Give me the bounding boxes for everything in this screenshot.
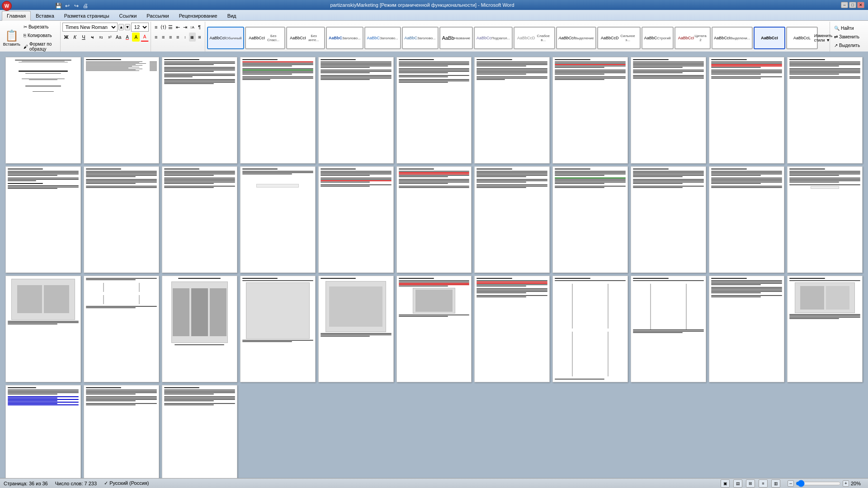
full-screen-btn[interactable]: ▤ (733, 479, 742, 488)
page-thumb-5[interactable] (318, 57, 394, 164)
tab-home[interactable]: Главная (2, 11, 31, 21)
clear-format-button[interactable]: A (123, 33, 131, 42)
page-thumb-28[interactable] (396, 276, 472, 382)
select-button[interactable]: ↗ Выделить (832, 42, 864, 49)
style-heading1[interactable]: AaBbC Заголово... (326, 27, 363, 49)
cut-button[interactable]: ✂ Вырезать (21, 23, 59, 31)
copy-button[interactable]: ⎘ Копировать (21, 32, 59, 39)
style-subtitle[interactable]: AaBbCc Подзагол... (474, 27, 513, 49)
page-thumb-15[interactable] (240, 166, 316, 273)
page-thumb-34[interactable] (5, 385, 81, 478)
close-btn[interactable]: ✕ (857, 2, 864, 8)
style-name[interactable]: AaBb Название (439, 27, 473, 49)
increase-indent-button[interactable]: ⇥ (182, 23, 189, 32)
superscript-button[interactable]: x² (106, 33, 113, 42)
tab-page-layout[interactable]: Разметка страницы (59, 10, 114, 20)
case-button[interactable]: Aa (115, 33, 123, 42)
bullets-button[interactable]: ≡ (153, 23, 160, 32)
outline-btn[interactable]: ≡ (759, 479, 768, 488)
subscript-button[interactable]: x₂ (97, 33, 105, 42)
bold-button[interactable]: Ж (62, 33, 70, 42)
undo-btn[interactable]: ↩ (63, 2, 71, 10)
paste-button[interactable]: 📋 Вставить (3, 28, 20, 48)
strikethrough-button[interactable]: ч (89, 33, 96, 42)
style-heading3[interactable]: AaBbC Заголово... (402, 27, 439, 49)
find-button[interactable]: 🔍 Найти (832, 24, 864, 32)
format-painter-button[interactable]: 🖌 Формат по образцу (21, 40, 59, 53)
align-left-button[interactable]: ≡ (153, 33, 160, 42)
style-no-space[interactable]: AaBbCcI Без Спaci... (245, 27, 285, 49)
page-thumb-25[interactable] (162, 276, 237, 382)
style-strong[interactable]: AaBbCcD Сильное э... (597, 27, 641, 49)
align-right-button[interactable]: ≡ (167, 33, 174, 42)
font-size-select[interactable]: 12 (131, 23, 149, 32)
page-thumb-10[interactable] (709, 57, 784, 164)
minimize-btn[interactable]: – (841, 2, 848, 8)
page-thumb-3[interactable] (162, 57, 237, 164)
style-subtle[interactable]: AaBbCcD Слабое в... (514, 27, 555, 49)
page-thumb-20[interactable] (631, 166, 706, 273)
page-thumb-30[interactable] (552, 276, 628, 382)
page-thumb-33[interactable] (787, 276, 863, 382)
page-thumb-18[interactable] (474, 166, 550, 273)
page-thumb-31[interactable] (631, 276, 706, 382)
page-thumb-24[interactable] (84, 276, 159, 382)
page-thumb-22[interactable] (787, 166, 863, 273)
print-layout-btn[interactable]: ▣ (721, 479, 730, 488)
page-thumb-7[interactable] (474, 57, 550, 164)
tab-view[interactable]: Вид (222, 10, 241, 20)
font-color-button[interactable]: A (141, 33, 148, 42)
zoom-in-btn[interactable]: + (843, 480, 849, 487)
save-btn[interactable]: 💾 (54, 2, 62, 10)
page-thumb-12[interactable] (5, 166, 81, 273)
page-thumb-21[interactable] (709, 166, 784, 273)
style-heading2[interactable]: AaBbC Заголово... (364, 27, 401, 49)
font-grow-btn[interactable]: ▲ (118, 24, 124, 30)
zoom-slider[interactable] (796, 480, 841, 487)
underline-button[interactable]: Ч (80, 33, 87, 42)
style-normal[interactable]: AaBbCcI Обычный (207, 27, 244, 49)
font-name-select[interactable]: Times New Roman (62, 23, 118, 32)
font-shrink-btn[interactable]: ▼ (125, 24, 130, 30)
page-thumb-14[interactable] (162, 166, 237, 273)
style-strict[interactable]: AaBbC Строгий (642, 27, 674, 49)
line-spacing-button[interactable]: ↕ (182, 33, 189, 42)
draft-btn[interactable]: ▥ (771, 479, 780, 488)
style-quote2[interactable]: AaBbCcI Цитата 2 (675, 27, 711, 49)
page-thumb-35[interactable] (84, 385, 159, 478)
style-listpara[interactable]: AaBbCcI (754, 27, 785, 49)
replace-button[interactable]: ⇄ Заменить (832, 33, 864, 41)
tab-references[interactable]: Ссылки (114, 10, 142, 20)
page-thumb-1[interactable] (5, 57, 81, 164)
page-thumb-27[interactable] (318, 276, 394, 382)
web-layout-btn[interactable]: ⊞ (746, 479, 755, 488)
zoom-out-btn[interactable]: – (788, 480, 794, 487)
style-emphasis[interactable]: AaBbCcI Выделение (556, 27, 596, 49)
page-thumb-36[interactable] (162, 385, 237, 478)
page-thumb-13[interactable] (84, 166, 159, 273)
page-thumb-11[interactable] (787, 57, 863, 164)
highlight-button[interactable]: A (132, 33, 140, 42)
page-thumb-29[interactable] (474, 276, 550, 382)
justify-button[interactable]: ≡ (175, 33, 181, 42)
style-extra[interactable]: AaBbCcL (786, 27, 818, 49)
page-thumb-17[interactable] (396, 166, 472, 273)
redo-btn[interactable]: ↪ (72, 2, 80, 10)
numbering-button[interactable]: ⑴ (160, 23, 167, 32)
border-button[interactable]: ⊞ (196, 33, 203, 42)
page-thumb-2[interactable] (84, 57, 159, 164)
decrease-indent-button[interactable]: ⇤ (175, 23, 181, 32)
maximize-btn[interactable]: □ (849, 2, 856, 8)
show-marks-button[interactable]: ¶ (196, 23, 203, 32)
page-thumb-4[interactable] (240, 57, 316, 164)
page-thumb-32[interactable] (709, 276, 784, 382)
style-no-inter[interactable]: AaBbCcI Без инте... (286, 27, 325, 49)
page-thumb-26[interactable] (240, 276, 316, 382)
page-thumb-6[interactable] (396, 57, 472, 164)
style-highlight2[interactable]: AaBbCcI Выделени... (712, 27, 753, 49)
page-thumb-19[interactable] (552, 166, 628, 273)
tab-mailings[interactable]: Рассылки (142, 10, 174, 20)
italic-button[interactable]: К (71, 33, 79, 42)
page-thumb-23[interactable] (5, 276, 81, 382)
tab-review[interactable]: Рецензирование (174, 10, 222, 20)
